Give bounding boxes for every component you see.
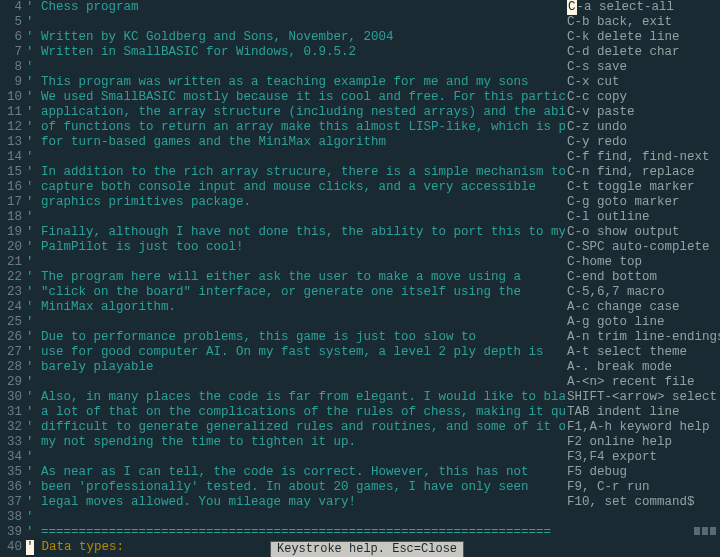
help-item: TAB indent line: [565, 405, 720, 420]
line-number: 26: [0, 330, 22, 345]
help-item: C-g goto marker: [565, 195, 720, 210]
line-number: 21: [0, 255, 22, 270]
code-line[interactable]: ' been 'professionally' tested. In about…: [26, 480, 565, 495]
code-line[interactable]: ' Chess program: [26, 0, 565, 15]
line-number: 31: [0, 405, 22, 420]
help-item: F3,F4 export: [565, 450, 720, 465]
code-line[interactable]: ' Finally, although I have not done this…: [26, 225, 565, 240]
code-line[interactable]: ' The program here will either ask the u…: [26, 270, 565, 285]
line-number: 40: [0, 540, 22, 555]
line-number: 27: [0, 345, 22, 360]
code-line[interactable]: ' barely playable: [26, 360, 565, 375]
code-line[interactable]: ': [26, 150, 565, 165]
code-line[interactable]: ' "click on the board" interface, or gen…: [26, 285, 565, 300]
code-line[interactable]: ': [26, 60, 565, 75]
line-number: 17: [0, 195, 22, 210]
code-line[interactable]: ': [26, 315, 565, 330]
line-number: 35: [0, 465, 22, 480]
line-number-gutter: 4567891011121314151617181920212223242526…: [0, 0, 26, 557]
help-item: C-z undo: [565, 120, 720, 135]
help-item: A-n trim line-endings: [565, 330, 720, 345]
status-text: Keystroke help. Esc=Close: [277, 542, 457, 556]
code-line[interactable]: ' legal moves allowed. You mileage may v…: [26, 495, 565, 510]
help-item: F1,A-h keyword help: [565, 420, 720, 435]
code-line[interactable]: ' capture both console input and mouse c…: [26, 180, 565, 195]
code-line[interactable]: ' difficult to generate generalized rule…: [26, 420, 565, 435]
line-number: 24: [0, 300, 22, 315]
code-line[interactable]: ': [26, 15, 565, 30]
code-line[interactable]: ': [26, 510, 565, 525]
line-number: 38: [0, 510, 22, 525]
help-item: C-l outline: [565, 210, 720, 225]
code-editor[interactable]: 4567891011121314151617181920212223242526…: [0, 0, 565, 557]
line-number: 6: [0, 30, 22, 45]
help-item: C-5,6,7 macro: [565, 285, 720, 300]
cursor: ': [26, 540, 34, 555]
code-line[interactable]: ' of functions to return an array make t…: [26, 120, 565, 135]
line-number: 13: [0, 135, 22, 150]
help-item: A-<n> recent file: [565, 375, 720, 390]
code-line[interactable]: ': [26, 450, 565, 465]
line-number: 36: [0, 480, 22, 495]
help-item: C-end bottom: [565, 270, 720, 285]
line-number: 20: [0, 240, 22, 255]
help-item: F10, set command$: [565, 495, 720, 510]
help-item: C-d delete char: [565, 45, 720, 60]
code-line[interactable]: ' Due to performance problems, this game…: [26, 330, 565, 345]
help-item: F2 online help: [565, 435, 720, 450]
help-item: F5 debug: [565, 465, 720, 480]
code-line[interactable]: ' Also, in many places the code is far f…: [26, 390, 565, 405]
help-item: C-v paste: [565, 105, 720, 120]
line-number: 29: [0, 375, 22, 390]
help-item: A-t select theme: [565, 345, 720, 360]
line-number: 22: [0, 270, 22, 285]
code-line[interactable]: ' We used SmallBASIC mostly because it i…: [26, 90, 565, 105]
code-line[interactable]: ' application, the array structure (incl…: [26, 105, 565, 120]
code-line[interactable]: ' Written in SmallBASIC for Windows, 0.9…: [26, 45, 565, 60]
code-line[interactable]: ' This program was written as a teaching…: [26, 75, 565, 90]
help-item: A-c change case: [565, 300, 720, 315]
code-line[interactable]: ' MiniMax algorithm.: [26, 300, 565, 315]
line-number: 14: [0, 150, 22, 165]
code-line[interactable]: ' a lot of that on the complications of …: [26, 405, 565, 420]
line-number: 16: [0, 180, 22, 195]
code-line[interactable]: ': [26, 255, 565, 270]
line-number: 33: [0, 435, 22, 450]
line-number: 18: [0, 210, 22, 225]
code-line[interactable]: ' Written by KC Goldberg and Sons, Novem…: [26, 30, 565, 45]
help-item: C-f find, find-next: [565, 150, 720, 165]
code-line[interactable]: ' As near as I can tell, the code is cor…: [26, 465, 565, 480]
line-number: 30: [0, 390, 22, 405]
line-number: 23: [0, 285, 22, 300]
code-line[interactable]: ': [26, 375, 565, 390]
help-item: C-b back, exit: [565, 15, 720, 30]
code-line[interactable]: ' for turn-based games and the MiniMax a…: [26, 135, 565, 150]
status-bar: Keystroke help. Esc=Close: [270, 541, 464, 557]
code-area[interactable]: ' Chess program'' Written by KC Goldberg…: [26, 0, 565, 557]
help-item: C-n find, replace: [565, 165, 720, 180]
code-line[interactable]: ' graphics primitives package.: [26, 195, 565, 210]
help-item: C-o show output: [565, 225, 720, 240]
line-number: 7: [0, 45, 22, 60]
line-number: 5: [0, 15, 22, 30]
line-number: 28: [0, 360, 22, 375]
help-item: C-y redo: [565, 135, 720, 150]
help-item: C-c copy: [565, 90, 720, 105]
help-item: C-k delete line: [565, 30, 720, 45]
code-line[interactable]: ': [26, 210, 565, 225]
line-number: 25: [0, 315, 22, 330]
keystroke-help-panel: C-a select-allC-b back, exitC-k delete l…: [565, 0, 720, 557]
help-item: A-. break mode: [565, 360, 720, 375]
line-number: 4: [0, 0, 22, 15]
help-item: C-t toggle marker: [565, 180, 720, 195]
line-number: 34: [0, 450, 22, 465]
line-number: 39: [0, 525, 22, 540]
help-item: C-s save: [565, 60, 720, 75]
code-line[interactable]: ' my not spending the time to tighten it…: [26, 435, 565, 450]
help-item: C-a select-all: [565, 0, 720, 15]
code-line[interactable]: ' ======================================…: [26, 525, 565, 540]
code-line[interactable]: ' PalmPilot is just too cool!: [26, 240, 565, 255]
code-line[interactable]: ' use for good computer AI. On my fast s…: [26, 345, 565, 360]
code-line[interactable]: ' In addition to the rich array strucure…: [26, 165, 565, 180]
decorative-blocks: [694, 527, 716, 535]
